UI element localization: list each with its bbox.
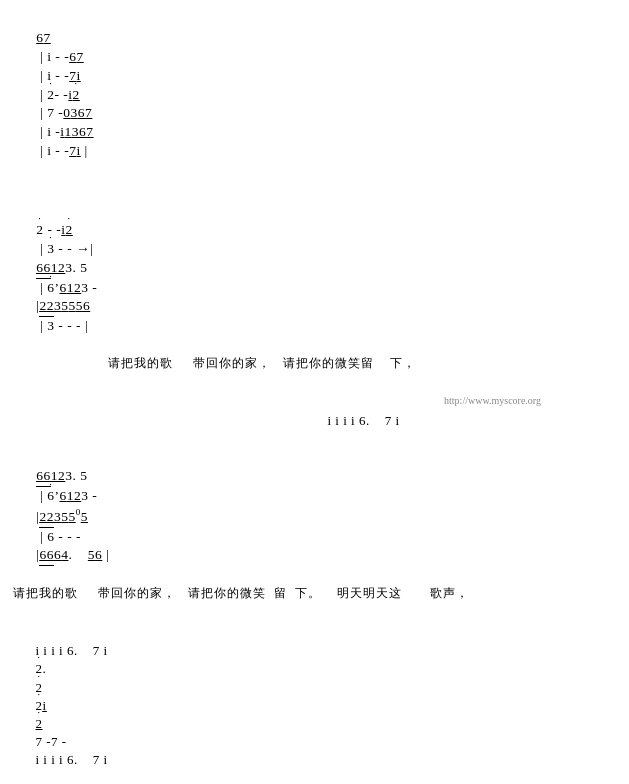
section-3: http://www.myscore.org i i i i 6. 7 i 66… <box>8 394 621 602</box>
lyrics-row-2: 请把我的歌 带回你的家， 请把你的微笑留 下， <box>13 355 621 372</box>
notation-row-3: 66123. 5 | 6·’6123 - |2235505 | 6 - - - … <box>13 449 621 586</box>
score-container: 67 | i - -67 | i - -7i | 2·- -i2· | 7 -0… <box>0 0 629 784</box>
section-1: 67 | i - -67 | i - -7i | 2·- -i2· | 7 -0… <box>8 10 621 180</box>
lyrics-row-3: 请把我的歌 带回你的家， 请把你的微笑 留 下。 明天明天这 歌声， <box>13 585 621 602</box>
section-4: i i i i 6. 7 i 2·. 2· 2·i 2· 7 -7 - i i … <box>8 624 621 784</box>
notation-upper-row-4: i i i i 6. 7 i 2·. 2· 2·i 2· 7 -7 - i i … <box>13 624 621 784</box>
section-2: 2· - -i2· | 3· - - →| 66123. 5 | 6·’6123… <box>8 202 621 372</box>
notation-row-1: 67 | i - -67 | i - -7i | 2·- -i2· | 7 -0… <box>13 10 621 180</box>
notation-row-2: 2· - -i2· | 3· - - →| 66123. 5 | 6·’6123… <box>13 202 621 355</box>
notation-upper-row-3: i i i i 6. 7 i <box>13 394 621 449</box>
